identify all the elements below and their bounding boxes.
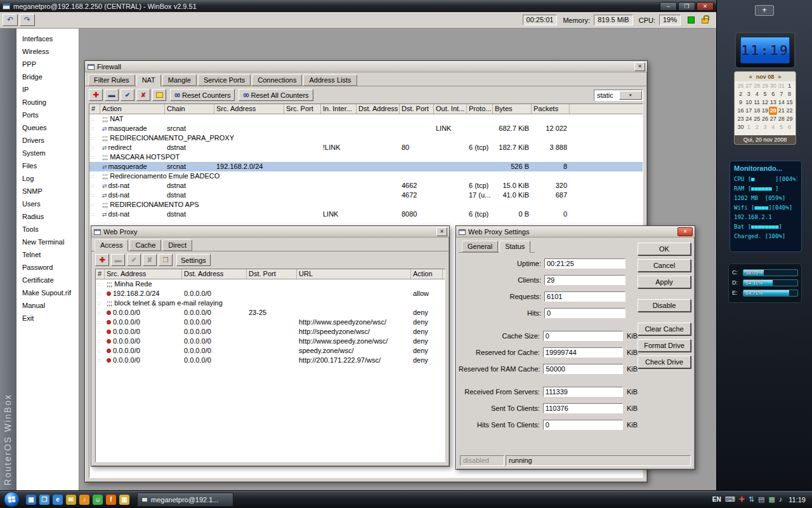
calendar-day[interactable]: 4 bbox=[769, 123, 777, 131]
format-drive-button[interactable]: Format Drive bbox=[638, 339, 691, 352]
menu-item-manual[interactable]: Manual bbox=[16, 299, 79, 312]
network-icon[interactable]: ⇅ bbox=[749, 496, 754, 503]
table-row[interactable]: ∷ 0.0.0.0/0 0.0.0.0/0 http://www.speedyz… bbox=[96, 318, 445, 327]
remove-rule-button[interactable]: ▬ bbox=[111, 254, 125, 266]
calendar-day[interactable]: 14 bbox=[777, 98, 785, 107]
start-button[interactable] bbox=[4, 491, 20, 507]
add-rule-button[interactable]: ✚ bbox=[89, 89, 103, 101]
reset-all-counters-button[interactable]: 00 Reset All Counters bbox=[239, 89, 313, 101]
calendar-day[interactable]: 26 bbox=[737, 82, 745, 90]
menu-item-tools[interactable]: Tools bbox=[16, 223, 79, 236]
column-header[interactable]: In. Inter... bbox=[321, 104, 357, 114]
web-proxy-settings-titlebar[interactable]: Web Proxy Settings ✕ bbox=[456, 226, 695, 237]
outlook-icon[interactable]: ✉ bbox=[66, 495, 76, 505]
menu-item-wireless[interactable]: Wireless bbox=[16, 45, 79, 58]
column-header[interactable]: Dst. Address bbox=[357, 104, 400, 114]
calendar-day[interactable]: 15 bbox=[785, 98, 794, 107]
tab-status[interactable]: Status bbox=[499, 241, 530, 253]
menu-item-make-supout[interactable]: Make Supout.rif bbox=[16, 286, 79, 299]
calendar-day[interactable]: 11 bbox=[753, 98, 761, 107]
calendar-day[interactable]: 7 bbox=[777, 90, 785, 98]
calendar-day[interactable]: 5 bbox=[777, 123, 785, 131]
table-row[interactable]: ∷ ⇄masquerade srcnat LINK 682.7 Ki bbox=[89, 124, 643, 133]
calendar-day[interactable]: 6 bbox=[769, 90, 777, 98]
calendar-day[interactable]: 2 bbox=[753, 123, 761, 131]
tab-address-lists[interactable]: Address Lists bbox=[303, 74, 357, 86]
volume-icon[interactable]: ♪ bbox=[779, 496, 783, 503]
system-monitor-gadget[interactable]: Monitorando... CPU [■ ][004%] RAM [■■■■■… bbox=[730, 161, 802, 252]
tab-direct[interactable]: Direct bbox=[162, 239, 192, 251]
menu-item-snmp[interactable]: SNMP bbox=[16, 185, 79, 197]
menu-item-users[interactable]: Users bbox=[16, 197, 79, 210]
column-header[interactable]: Out. Int... bbox=[434, 104, 467, 114]
menu-item-certificate[interactable]: Certificate bbox=[16, 274, 79, 286]
calendar-day[interactable]: 26 bbox=[761, 115, 769, 123]
table-row[interactable]: ∷ 0.0.0.0/0 0.0.0.0/0 speedy.zone/wsc/ d… bbox=[96, 346, 445, 356]
apply-button[interactable]: Apply bbox=[638, 276, 691, 288]
menu-item-password[interactable]: Password bbox=[16, 261, 79, 274]
firewall-titlebar[interactable]: Firewall ✕ bbox=[85, 61, 647, 72]
column-header[interactable]: Src. Port bbox=[284, 104, 321, 114]
folder-icon[interactable]: ▥ bbox=[119, 495, 129, 505]
column-header[interactable]: Src. Address bbox=[105, 269, 182, 279]
table-row[interactable]: ∷ ;;; block telnet & spam e-mail relayin… bbox=[96, 298, 445, 308]
close-button[interactable]: ✕ bbox=[697, 2, 714, 11]
calendar-day[interactable]: 9 bbox=[737, 98, 745, 107]
menu-item-log[interactable]: Log bbox=[16, 172, 79, 185]
taskbar-clock[interactable]: 11:19 bbox=[789, 496, 806, 504]
column-header[interactable]: Src. Address bbox=[214, 104, 284, 114]
column-header[interactable]: Action bbox=[100, 104, 165, 114]
calendar-day[interactable]: 4 bbox=[753, 90, 761, 98]
calendar-day[interactable]: 17 bbox=[745, 107, 753, 115]
redo-button[interactable]: ↷ bbox=[20, 14, 35, 26]
field-input[interactable]: 0 bbox=[543, 420, 623, 430]
menu-item-ip[interactable]: IP bbox=[16, 83, 79, 96]
tab-filter-rules[interactable]: Filter Rules bbox=[88, 74, 135, 86]
ie-icon[interactable]: e bbox=[53, 495, 63, 505]
table-row[interactable]: ∷ ⇄;;; MASCARA HOTSPOT bbox=[89, 152, 643, 162]
calendar-day[interactable]: 29 bbox=[785, 115, 794, 123]
calendar-day[interactable]: 27 bbox=[745, 82, 753, 90]
calendar-day[interactable]: 25 bbox=[753, 115, 761, 123]
column-header[interactable]: Bytes bbox=[493, 104, 532, 114]
menu-item-ports[interactable]: Ports bbox=[16, 109, 79, 121]
column-header[interactable]: Action bbox=[411, 269, 443, 279]
menu-item-radius[interactable]: Radius bbox=[16, 210, 79, 223]
calendar-day[interactable]: 12 bbox=[761, 98, 769, 107]
calendar-gadget[interactable]: « nov 08 » 26 27 28 29 30 31 1 bbox=[734, 71, 796, 145]
cancel-button[interactable]: Cancel bbox=[638, 259, 691, 272]
menu-item-routing[interactable]: Routing bbox=[16, 96, 79, 109]
enable-rule-button[interactable]: ✔ bbox=[127, 254, 141, 266]
calendar-day[interactable]: 30 bbox=[737, 123, 745, 131]
calendar-day[interactable]: 29 bbox=[761, 82, 769, 90]
tab-connections[interactable]: Connections bbox=[252, 74, 302, 86]
calendar-day[interactable]: 31 bbox=[777, 82, 785, 90]
field-input[interactable]: 29 bbox=[544, 275, 625, 285]
field-input[interactable]: 50000 bbox=[543, 364, 622, 374]
column-header[interactable]: Dst. Port bbox=[247, 269, 297, 279]
field-input[interactable]: 110376 bbox=[543, 403, 623, 413]
column-header[interactable]: Dst. Port bbox=[400, 104, 434, 114]
tab-access[interactable]: Access bbox=[95, 239, 128, 251]
tab-general[interactable]: General bbox=[462, 241, 498, 252]
web-proxy-settings-close-icon[interactable]: ✕ bbox=[678, 227, 693, 236]
column-header[interactable]: # bbox=[96, 269, 105, 279]
reset-counters-button[interactable]: 00 Reset Counters bbox=[170, 89, 235, 101]
calendar-day[interactable]: 20 bbox=[769, 107, 777, 115]
calendar-day[interactable]: 6 bbox=[785, 123, 794, 131]
filter-dropdown[interactable]: static ▼ bbox=[594, 90, 643, 101]
calendar-day[interactable]: 2 bbox=[737, 90, 745, 98]
web-proxy-titlebar[interactable]: Web Proxy ✕ bbox=[91, 226, 449, 237]
calendar-day[interactable]: 10 bbox=[745, 98, 753, 107]
table-row[interactable]: ∷ ⇄;;; REDIRECIONAMENTO_PARA_PROXY bbox=[89, 133, 643, 143]
column-header[interactable]: URL bbox=[297, 269, 411, 279]
calendar-day[interactable]: 1 bbox=[745, 123, 753, 131]
antivirus-icon[interactable]: ✚ bbox=[739, 496, 745, 503]
comment-button[interactable] bbox=[152, 89, 166, 101]
table-row[interactable]: ∷ ⇄dst-nat dstnat LINK 8080 6 (tcp) bbox=[89, 210, 643, 219]
menu-item-queues[interactable]: Queues bbox=[16, 121, 79, 134]
switch-windows-icon[interactable]: ❐ bbox=[39, 495, 49, 505]
table-row[interactable]: ∷ ⇄;;; Redirecionamento Emule BADECO bbox=[89, 171, 643, 181]
display-settings-icon[interactable]: ▤ bbox=[758, 496, 764, 503]
calendar-day[interactable]: 3 bbox=[745, 90, 753, 98]
